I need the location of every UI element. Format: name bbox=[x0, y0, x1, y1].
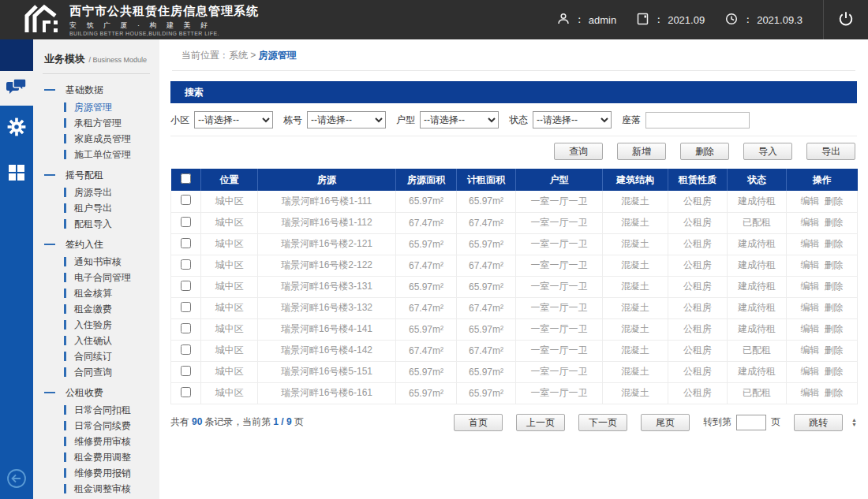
sidebar-item[interactable]: 入住确认 bbox=[33, 333, 159, 348]
sidebar-item[interactable]: 维修费用报销 bbox=[33, 465, 159, 481]
settings-rail-button[interactable] bbox=[0, 106, 33, 151]
sidebar-item[interactable]: 维修费用审核 bbox=[33, 434, 159, 449]
delete-link[interactable]: 删除 bbox=[825, 217, 844, 228]
edit-link[interactable]: 编辑 bbox=[801, 217, 820, 228]
status-cell: 建成待租 bbox=[728, 318, 787, 340]
row-checkbox[interactable] bbox=[181, 217, 191, 227]
delete-link[interactable]: 删除 bbox=[825, 323, 844, 334]
page-spinner[interactable]: ▲▼ bbox=[851, 418, 857, 427]
sidebar-item[interactable]: 入住验房 bbox=[33, 317, 159, 333]
breadcrumb-current-link[interactable]: 房源管理 bbox=[259, 50, 297, 61]
sidebar-item[interactable]: 房源管理 bbox=[33, 99, 159, 115]
icon-rail bbox=[0, 39, 33, 499]
sidebar-item[interactable]: 房源导出 bbox=[33, 184, 159, 200]
edit-link[interactable]: 编辑 bbox=[801, 387, 820, 398]
delete-button[interactable]: 删除 bbox=[680, 143, 729, 160]
area-cell: 67.47m² bbox=[396, 212, 457, 233]
sidebar-item[interactable]: 通知书审核 bbox=[33, 254, 159, 270]
nature-cell: 公租房 bbox=[668, 276, 728, 297]
row-checkbox[interactable] bbox=[181, 302, 191, 312]
filter-group: 栋号--请选择-- bbox=[283, 111, 386, 128]
sidebar-item[interactable]: 租金调整审核 bbox=[33, 481, 159, 497]
group-dash-icon bbox=[44, 174, 55, 176]
edit-link[interactable]: 编辑 bbox=[801, 344, 820, 356]
row-checkbox[interactable] bbox=[181, 195, 191, 205]
apps-grid-rail-button[interactable] bbox=[0, 151, 33, 197]
sidebar-item[interactable]: 电子合同管理 bbox=[33, 270, 159, 285]
row-checkbox[interactable] bbox=[181, 366, 191, 376]
edit-link[interactable]: 编辑 bbox=[801, 323, 820, 334]
sidebar-item[interactable]: 承租方管理 bbox=[33, 115, 159, 131]
delete-link[interactable]: 删除 bbox=[825, 387, 844, 398]
edit-link[interactable]: 编辑 bbox=[801, 302, 820, 313]
first-page-button[interactable]: 首页 bbox=[454, 414, 503, 431]
sidebar-item[interactable]: 租金费用调整 bbox=[33, 449, 159, 465]
sidebar-item[interactable]: 租户导出 bbox=[33, 200, 159, 216]
edit-link[interactable]: 编辑 bbox=[801, 238, 820, 249]
jump-button[interactable]: 跳转 bbox=[794, 414, 843, 431]
collapse-sidebar-button[interactable] bbox=[0, 467, 33, 493]
edit-link[interactable]: 编辑 bbox=[801, 259, 820, 270]
sidebar-item[interactable]: 日常合同扣租 bbox=[33, 402, 159, 418]
business-module-rail-button[interactable] bbox=[0, 71, 33, 106]
item-bar-icon bbox=[64, 320, 66, 330]
structure-cell: 混凝土 bbox=[603, 297, 668, 318]
sidebar-group[interactable]: 基础数据 bbox=[33, 80, 159, 99]
actions-cell: 编辑删除 bbox=[787, 255, 858, 276]
actions-cell: 编辑删除 bbox=[787, 191, 858, 212]
edit-link[interactable]: 编辑 bbox=[801, 366, 820, 377]
logout-button[interactable] bbox=[824, 10, 868, 30]
table-row: 城中区瑞景河畔16号楼3-13165.97m²65.97m²一室一厅一卫混凝土公… bbox=[171, 276, 858, 297]
filter-select[interactable]: --请选择-- bbox=[194, 111, 273, 128]
sidebar-item[interactable]: 合同查询 bbox=[33, 364, 159, 380]
sidebar-item[interactable]: 日常合同续费 bbox=[33, 418, 159, 434]
sidebar-subtitle: / Business Module bbox=[88, 56, 147, 64]
goto-page-input[interactable] bbox=[736, 415, 766, 430]
sidebar-item[interactable]: 合同续订 bbox=[33, 348, 159, 364]
last-page-button[interactable]: 尾页 bbox=[641, 414, 690, 431]
delete-link[interactable]: 删除 bbox=[825, 238, 844, 249]
sidebar-group[interactable]: 摇号配租 bbox=[33, 166, 159, 184]
sidebar-group-label: 公租收费 bbox=[65, 386, 103, 400]
row-select-cell bbox=[171, 361, 201, 382]
delete-link[interactable]: 删除 bbox=[825, 302, 844, 313]
row-checkbox[interactable] bbox=[181, 281, 191, 291]
sidebar-item[interactable]: 施工单位管理 bbox=[33, 147, 159, 162]
sidebar-group[interactable]: 公租收费 bbox=[33, 383, 159, 402]
edit-link[interactable]: 编辑 bbox=[801, 196, 820, 207]
sidebar-item[interactable]: 租金核算 bbox=[33, 285, 159, 301]
add-button[interactable]: 新增 bbox=[617, 143, 666, 160]
prev-page-button[interactable]: 上一页 bbox=[516, 414, 565, 431]
edit-link[interactable]: 编辑 bbox=[801, 281, 820, 292]
delete-link[interactable]: 删除 bbox=[825, 344, 844, 356]
breadcrumb-root-link[interactable]: 系统 bbox=[229, 50, 248, 61]
sidebar-item-label: 配租导入 bbox=[74, 218, 112, 231]
filter-select[interactable]: --请选择-- bbox=[533, 111, 612, 128]
filter-group: 小区--请选择-- bbox=[170, 111, 273, 128]
sidebar-group[interactable]: 签约入住 bbox=[33, 235, 159, 254]
row-checkbox[interactable] bbox=[181, 323, 191, 333]
row-checkbox[interactable] bbox=[181, 387, 191, 397]
filter-select[interactable]: --请选择-- bbox=[420, 111, 499, 128]
delete-link[interactable]: 删除 bbox=[825, 366, 844, 377]
row-checkbox[interactable] bbox=[181, 344, 191, 355]
import-button[interactable]: 导入 bbox=[743, 143, 792, 160]
export-button[interactable]: 导出 bbox=[806, 143, 855, 160]
breadcrumb: 当前位置：系统 > 房源管理 bbox=[172, 39, 855, 71]
query-button[interactable]: 查询 bbox=[554, 143, 603, 160]
next-page-button[interactable]: 下一页 bbox=[578, 414, 627, 431]
sidebar-item[interactable]: 家庭成员管理 bbox=[33, 131, 159, 147]
sidebar-item[interactable]: 租金缴费 bbox=[33, 301, 159, 317]
sidebar-item[interactable]: 配租导入 bbox=[33, 216, 159, 232]
select-all-checkbox[interactable] bbox=[181, 173, 191, 184]
row-checkbox[interactable] bbox=[181, 259, 191, 270]
location-input[interactable] bbox=[645, 112, 750, 128]
sidebar-item-label: 房源导出 bbox=[74, 186, 112, 199]
filter-select[interactable]: --请选择-- bbox=[307, 111, 386, 128]
actions-cell: 编辑删除 bbox=[787, 233, 858, 255]
delete-link[interactable]: 删除 bbox=[825, 196, 844, 207]
delete-link[interactable]: 删除 bbox=[825, 259, 844, 270]
sidebar-item-label: 家庭成员管理 bbox=[74, 132, 131, 146]
row-checkbox[interactable] bbox=[181, 238, 191, 248]
delete-link[interactable]: 删除 bbox=[825, 281, 844, 292]
